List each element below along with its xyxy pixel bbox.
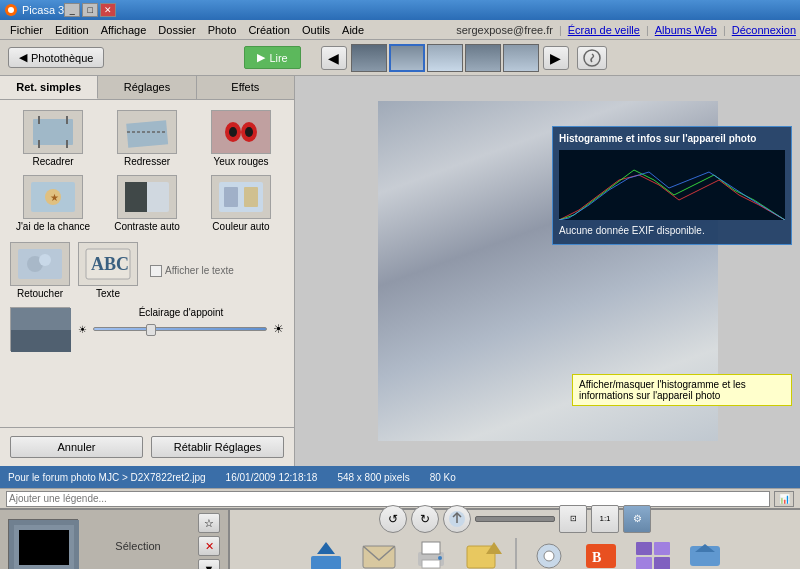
services-icon [527, 537, 571, 570]
titlebar: Picasa 3 _ □ ✕ [0, 0, 800, 20]
extra-button[interactable]: ⚙ [623, 505, 651, 533]
svg-point-13 [245, 127, 253, 137]
close-button[interactable]: ✕ [100, 3, 116, 17]
retoucher-label: Retoucher [17, 288, 63, 299]
deconnexion-link[interactable]: Déconnexion [732, 24, 796, 36]
thumb-2[interactable] [389, 44, 425, 72]
ecran-veille-link[interactable]: Écran de veille [568, 24, 640, 36]
tool-redresser[interactable]: Redresser [104, 110, 190, 167]
yeux-rouges-label: Yeux rouges [213, 156, 268, 167]
thumb-3[interactable] [427, 44, 463, 72]
delete-button[interactable]: ✕ [198, 536, 220, 556]
svg-rect-21 [244, 187, 258, 207]
email-tool[interactable]: E-mail [357, 537, 401, 570]
yeux-rouges-icon [211, 110, 271, 154]
histogram-chart [559, 150, 785, 220]
menu-outils[interactable]: Outils [296, 22, 336, 38]
menu-edition[interactable]: Edition [49, 22, 95, 38]
retoucher-icon [10, 242, 70, 286]
rotate-ccw-button[interactable]: ↺ [379, 505, 407, 533]
thumb-5[interactable] [503, 44, 539, 72]
svg-text:B: B [592, 550, 601, 565]
upload-web-button[interactable] [443, 505, 471, 533]
actual-size-button[interactable]: 1:1 [591, 505, 619, 533]
rotate-cw-button[interactable]: ↻ [411, 505, 439, 533]
maximize-button[interactable]: □ [82, 3, 98, 17]
play-section: ▶ Lire [244, 46, 300, 69]
exif-text: Aucune donnée EXIF disponible. [559, 224, 785, 238]
menu-affichage[interactable]: Affichage [95, 22, 153, 38]
tab-effets[interactable]: Effets [197, 76, 294, 99]
albums-web-link[interactable]: Albums Web [655, 24, 717, 36]
tool-retoucher[interactable]: Retoucher [10, 242, 70, 299]
imprimer-icon [409, 537, 453, 570]
menu-fichier[interactable]: Fichier [4, 22, 49, 38]
zoom-slider[interactable] [475, 516, 555, 522]
histogram-toggle-button[interactable]: 📊 [774, 491, 794, 507]
transferer-tool[interactable]: Transférer [303, 537, 349, 570]
thumb-4[interactable] [465, 44, 501, 72]
email-icon [357, 537, 401, 570]
filmstrip-icons: ☆ ✕ ▼ [198, 513, 220, 569]
transferer-icon [304, 537, 348, 570]
separator [515, 538, 517, 570]
menu-aide[interactable]: Aide [336, 22, 370, 38]
menu-photo[interactable]: Photo [202, 22, 243, 38]
play-button[interactable]: ▶ Lire [244, 46, 300, 69]
tab-ret-simples[interactable]: Ret. simples [0, 76, 98, 99]
tool-couleur[interactable]: Couleur auto [198, 175, 284, 232]
bottom-bar: Pour le forum photo MJC > D2X7822ret2.jp… [0, 466, 800, 488]
prev-button[interactable]: ◀ [321, 46, 347, 70]
tool-chance[interactable]: ★ J'ai de la chance [10, 175, 96, 232]
more-icon [683, 537, 727, 570]
montage-tool[interactable]: Montage [631, 537, 675, 570]
menu-dossier[interactable]: Dossier [152, 22, 201, 38]
eclairage-label: Éclairage d'appoint [78, 307, 284, 318]
tab-reglages[interactable]: Réglages [98, 76, 196, 99]
date-label: 16/01/2009 12:18:18 [226, 472, 318, 483]
slider-left-icon: ☀ [78, 324, 87, 335]
svg-point-1 [8, 7, 14, 13]
window-controls[interactable]: _ □ ✕ [64, 3, 116, 17]
tool-texte[interactable]: ABC Texte [78, 242, 138, 299]
tabs: Ret. simples Réglages Effets [0, 76, 294, 100]
back-arrow-icon: ◀ [19, 51, 27, 64]
eclairage-controls: Éclairage d'appoint ☀ ☀ [78, 307, 284, 336]
contraste-icon [117, 175, 177, 219]
tool-contraste[interactable]: Contraste auto [104, 175, 190, 232]
minimize-button[interactable]: _ [64, 3, 80, 17]
recadrer-icon [23, 110, 83, 154]
info-button[interactable] [577, 46, 607, 70]
svg-point-44 [544, 551, 554, 561]
histogram-tooltip: Afficher/masquer l'histogramme et les in… [572, 374, 792, 406]
couleur-label: Couleur auto [212, 221, 269, 232]
tool-recadrer[interactable]: Recadrer [10, 110, 96, 167]
slider-thumb[interactable] [146, 324, 156, 336]
imprimer-tool[interactable]: Imprimer [409, 537, 453, 570]
thumb-1[interactable] [351, 44, 387, 72]
histogram-title: Histogramme et infos sur l'appareil phot… [559, 133, 785, 144]
filmstrip-thumbnail [8, 519, 78, 570]
fit-button[interactable]: ⊡ [559, 505, 587, 533]
svg-rect-20 [224, 187, 238, 207]
services-tool[interactable]: Services [527, 537, 571, 570]
blogthis-tool[interactable]: B BlogThis! [579, 537, 623, 570]
annuler-button[interactable]: Annuler [10, 436, 143, 458]
back-label: Photothèque [31, 52, 93, 64]
texte-icon: ABC [78, 242, 138, 286]
eclairage-slider[interactable] [93, 327, 267, 331]
redresser-icon [117, 110, 177, 154]
next-button[interactable]: ▶ [543, 46, 569, 70]
svg-rect-6 [38, 140, 40, 148]
retablir-button[interactable]: Rétablir Réglages [151, 436, 284, 458]
back-button[interactable]: ◀ Photothèque [8, 47, 104, 68]
svg-text:★: ★ [50, 192, 59, 203]
star-button[interactable]: ☆ [198, 513, 220, 533]
menu-creation[interactable]: Création [242, 22, 296, 38]
exporter-tool[interactable]: Exporter [461, 537, 505, 570]
afficher-checkbox[interactable] [150, 265, 162, 277]
histogram-svg [559, 150, 785, 220]
tool-yeux-rouges[interactable]: Yeux rouges [198, 110, 284, 167]
dropdown-button[interactable]: ▼ [198, 559, 220, 569]
more-tool[interactable]: Plus... [683, 537, 727, 570]
